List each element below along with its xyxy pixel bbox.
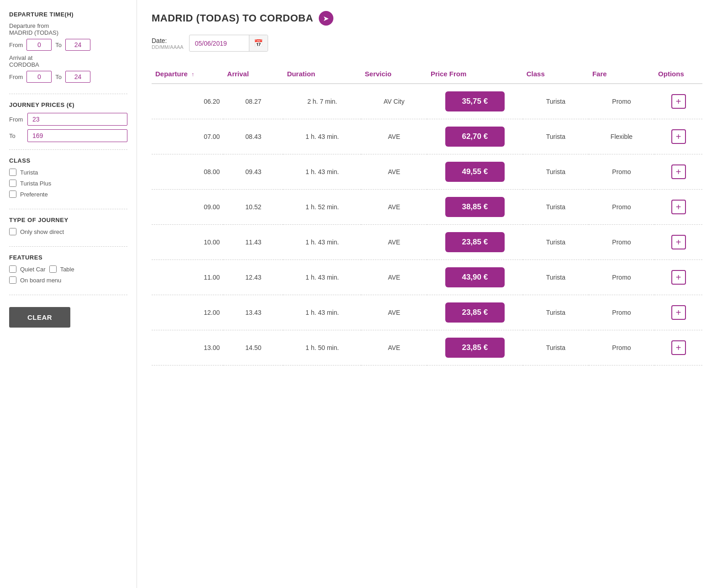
cell-price: 43,90 € [427, 260, 523, 295]
cell-duration: 1 h. 43 min. [283, 260, 361, 295]
col-header-fare[interactable]: Fare [589, 64, 654, 84]
cell-options: + [654, 190, 702, 225]
cell-class: Turista [523, 295, 589, 330]
cell-arrival: 13.43 [223, 295, 283, 330]
arrival-to-input[interactable] [65, 71, 90, 83]
cell-departure: 07.00 [152, 119, 223, 154]
col-header-price-from[interactable]: Price From [427, 64, 523, 84]
options-button[interactable]: + [671, 129, 686, 144]
class-turista-row[interactable]: Turista [9, 169, 127, 176]
departure-time-title: DEPARTURE TIME(H) [9, 11, 127, 18]
cell-class: Turista [523, 260, 589, 295]
price-from-label: From [9, 116, 23, 123]
cell-class: Turista [523, 190, 589, 225]
cell-servicio: AVE [361, 154, 427, 190]
quiet-car-checkbox[interactable] [9, 265, 16, 273]
col-header-departure[interactable]: Departure ↑ [152, 64, 223, 84]
table-label: Table [60, 266, 74, 273]
cell-fare: Flexible [589, 119, 654, 154]
cell-class: Turista [523, 154, 589, 190]
clear-button[interactable]: CLEAR [9, 307, 70, 328]
cell-departure: 11.00 [152, 260, 223, 295]
from-label: From [9, 42, 23, 48]
preferente-label: Preferente [20, 191, 48, 198]
cell-servicio: AVE [361, 119, 427, 154]
cell-fare: Promo [589, 190, 654, 225]
options-button[interactable]: + [671, 235, 686, 249]
cell-arrival: 12.43 [223, 260, 283, 295]
cell-departure: 09.00 [152, 190, 223, 225]
cell-arrival: 10.52 [223, 190, 283, 225]
journey-prices-title: JOURNEY PRICES (€) [9, 101, 127, 108]
table-row: 06.20 08.27 2 h. 7 min. AV City 35,75 € … [152, 84, 702, 119]
table-checkbox[interactable] [49, 265, 57, 273]
price-from-row: From [9, 113, 127, 126]
departure-time-range: From To [9, 39, 127, 51]
class-turista-plus-row[interactable]: Turista Plus [9, 180, 127, 187]
price-from-input[interactable] [27, 113, 127, 126]
price-badge: 38,85 € [445, 197, 505, 217]
table-header: Departure ↑ Arrival Duration Servicio Pr… [152, 64, 702, 84]
type-of-journey-section: TYPE OF JOURNEY Only show direct [9, 217, 127, 247]
table-row: 09.00 10.52 1 h. 52 min. AVE 38,85 € Tur… [152, 190, 702, 225]
class-preferente-row[interactable]: Preferente [9, 191, 127, 198]
col-header-class[interactable]: Class [523, 64, 589, 84]
cell-options: + [654, 330, 702, 366]
col-header-servicio[interactable]: Servicio [361, 64, 427, 84]
cell-duration: 1 h. 52 min. [283, 190, 361, 225]
sidebar: DEPARTURE TIME(H) Departure from MADRID … [0, 0, 137, 588]
departure-to-input[interactable] [65, 39, 90, 51]
price-badge: 49,55 € [445, 162, 505, 182]
cell-departure: 12.00 [152, 295, 223, 330]
turista-label: Turista [20, 169, 38, 176]
class-title: CLASS [9, 157, 127, 164]
price-to-input[interactable] [27, 129, 127, 142]
cell-fare: Promo [589, 154, 654, 190]
cell-duration: 1 h. 43 min. [283, 119, 361, 154]
calendar-button[interactable]: 📅 [249, 35, 268, 51]
results-table: Departure ↑ Arrival Duration Servicio Pr… [152, 64, 702, 366]
departure-from-input[interactable] [26, 39, 52, 51]
price-badge: 62,70 € [445, 127, 505, 147]
cell-duration: 1 h. 43 min. [283, 225, 361, 260]
cell-price: 23,85 € [427, 295, 523, 330]
cell-arrival: 11.43 [223, 225, 283, 260]
options-button[interactable]: + [671, 94, 686, 109]
options-button[interactable]: + [671, 164, 686, 179]
date-input[interactable] [190, 36, 249, 51]
arrow-right-icon: ➤ [319, 11, 333, 26]
only-show-direct-row[interactable]: Only show direct [9, 228, 127, 235]
quiet-car-label: Quiet Car [20, 266, 46, 273]
turista-checkbox[interactable] [9, 169, 16, 176]
col-header-duration[interactable]: Duration [283, 64, 361, 84]
price-to-label: To [9, 132, 23, 139]
preferente-checkbox[interactable] [9, 191, 16, 198]
only-show-direct-checkbox[interactable] [9, 228, 16, 235]
options-button[interactable]: + [671, 200, 686, 214]
col-header-arrival[interactable]: Arrival [223, 64, 283, 84]
cell-price: 38,85 € [427, 190, 523, 225]
options-button[interactable]: + [671, 305, 686, 320]
page-header: MADRID (TODAS) TO CORDOBA ➤ [152, 11, 702, 26]
price-to-row: To [9, 129, 127, 142]
price-badge: 23,85 € [445, 232, 505, 252]
col-header-options[interactable]: Options [654, 64, 702, 84]
cell-options: + [654, 154, 702, 190]
cell-options: + [654, 84, 702, 119]
arrival-from-input[interactable] [26, 71, 52, 83]
options-button[interactable]: + [671, 270, 686, 285]
cell-arrival: 08.43 [223, 119, 283, 154]
journey-prices-section: JOURNEY PRICES (€) From To [9, 101, 127, 150]
sort-arrow-icon: ↑ [191, 71, 194, 78]
options-button[interactable]: + [671, 340, 686, 355]
page-title: MADRID (TODAS) TO CORDOBA [152, 12, 313, 24]
on-board-menu-checkbox[interactable] [9, 276, 16, 284]
turista-plus-checkbox[interactable] [9, 180, 16, 187]
quiet-car-row: Quiet Car Table [9, 265, 127, 273]
table-row: 07.00 08.43 1 h. 43 min. AVE 62,70 € Tur… [152, 119, 702, 154]
table-row: 10.00 11.43 1 h. 43 min. AVE 23,85 € Tur… [152, 225, 702, 260]
on-board-menu-row[interactable]: On board menu [9, 276, 127, 284]
arrival-to-label: To [55, 74, 62, 80]
cell-departure: 08.00 [152, 154, 223, 190]
cell-duration: 1 h. 50 min. [283, 330, 361, 366]
